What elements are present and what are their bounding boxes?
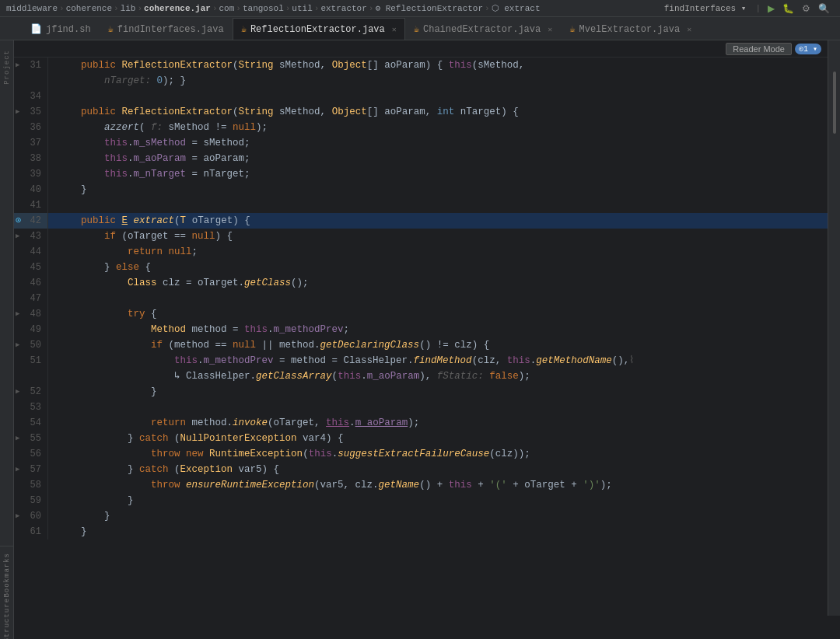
code-line-34: 34 [14,89,828,104]
code-line-42: ⊙ 42 public E extract(T oTarget) { [14,213,828,229]
line-content-34 [48,89,828,104]
gutter-52: ▶ 52 [14,384,48,400]
line-content-46: Class clz = oTarget.getClass(); [48,275,828,291]
gutter-45: 45 [14,260,48,275]
tab-mvel-close[interactable]: ✕ [687,25,691,34]
code-line-37: 37 this.m_sMethod = sMethod; [14,135,828,151]
gutter-51b [14,368,48,384]
code-line-39: 39 this.m_nTarget = nTarget; [14,166,828,182]
tab-reflection-label: ReflectionExtractor.java [250,24,385,35]
line-content-41 [48,197,828,213]
line-content-54: return method.invoke(oTarget, this.m_aoP… [48,415,828,431]
line-content-35: public ReflectionExtractor(String sMetho… [48,104,828,120]
code-editor: Reader Mode ⊙1 ▾ ▶ 31 public ReflectionE… [14,40,828,616]
fold-icon-52[interactable]: ▶ [16,384,19,400]
gutter-59: 59 [14,493,48,508]
debug-button[interactable]: 🐛 [779,2,798,16]
code-area[interactable]: ▶ 31 public ReflectionExtractor(String s… [14,58,828,616]
code-line-50: ▶ 50 if (method == null || method.getDec… [14,337,828,353]
line-content-56: throw new RuntimeException(this.suggestE… [48,446,828,462]
breadcrumb-lib[interactable]: lib [121,4,136,13]
code-line-47: 47 [14,291,828,306]
right-panels [828,40,840,616]
gutter-55: ▶ 55 [14,431,48,446]
code-line-54: 54 return method.invoke(oTarget, this.m_… [14,415,828,431]
fold-icon-60[interactable]: ▶ [16,508,19,524]
fold-icon-55[interactable]: ▶ [16,431,19,446]
line-content-51b: ↳ ClassHelper.getClassArray(this.m_aoPar… [48,368,828,384]
line-content-55: } catch (NullPointerException var4) { [48,431,828,446]
breadcrumb-util[interactable]: util [292,4,312,13]
line-content-40: } [48,182,828,197]
code-line-56: 56 throw new RuntimeException(this.sugge… [14,446,828,462]
line-content-42: public E extract(T oTarget) { [48,213,828,229]
tab-reflection-close[interactable]: ✕ [392,25,397,34]
code-line-49: 49 Method method = this.m_methodPrev; [14,322,828,337]
tab-chainedextractor[interactable]: ☕ ChainedExtractor.java ✕ [405,18,562,40]
reader-mode-button[interactable]: Reader Mode [726,43,792,55]
line-content-48: try { [48,306,828,322]
tab-chained-close[interactable]: ✕ [548,25,552,34]
settings-button[interactable]: ⚙ [798,2,814,16]
project-label[interactable]: Project [3,50,11,85]
find-interfaces-dropdown[interactable]: findInterfaces ▾ [664,3,747,13]
fold-icon-43[interactable]: ▶ [16,229,19,244]
gutter-47: 47 [14,291,48,306]
search-button[interactable]: 🔍 [814,2,834,16]
breadcrumb-reflection[interactable]: ⚙ ReflectionExtractor [375,3,483,13]
gutter-53: 53 [14,400,48,415]
tab-findinterfaces[interactable]: ☕ findInterfaces.java [100,18,233,40]
gutter-40: 40 [14,182,48,197]
fold-icon-48[interactable]: ▶ [16,306,19,322]
code-line-48: ▶ 48 try { [14,306,828,322]
breadcrumb-extractor[interactable]: extractor [320,4,366,13]
gutter-32 [14,73,48,89]
structure-label[interactable]: Structure [3,598,11,639]
code-line-51b: ↳ ClassHelper.getClassArray(this.m_aoPar… [14,368,828,384]
breadcrumb-com[interactable]: com [219,4,235,13]
breadcrumb-bar: middleware › coherence › lib › coherence… [0,0,840,17]
line-content-44: return null; [48,244,828,260]
tab-mvel-icon: ☕ [569,23,575,35]
gutter-61: 61 [14,524,48,539]
line-content-37: this.m_sMethod = sMethod; [48,135,828,151]
code-line-43: ▶ 43 if (oTarget == null) { [14,229,828,244]
gutter-42: ⊙ 42 [14,213,48,229]
gutter-50: ▶ 50 [14,337,48,353]
breadcrumb-tangosol[interactable]: tangosol [243,4,284,13]
code-line-58: 58 throw ensureRuntimeException(var5, cl… [14,477,828,493]
breadcrumb-extract[interactable]: ⬡ extract [492,3,541,13]
tab-jfind[interactable]: 📄 jfind.sh [22,18,100,40]
code-line-55: ▶ 55 } catch (NullPointerException var4)… [14,431,828,446]
breadcrumb-jar[interactable]: coherence.jar [144,4,211,13]
breadcrumb-middleware[interactable]: middleware [6,4,58,13]
fold-icon-35[interactable]: ▶ [16,104,19,120]
line-content-36: azzert( f: sMethod != null); [48,120,828,135]
tab-mvel-label: MvelExtractor.java [579,24,681,35]
tab-mvelextractor[interactable]: ☕ MvelExtractor.java ✕ [561,18,700,40]
gutter-43: ▶ 43 [14,229,48,244]
tab-findinterfaces-label: findInterfaces.java [117,24,224,35]
gutter-35: ▶ 35 [14,104,48,120]
code-line-59: 59 } [14,493,828,508]
bookmarks-label[interactable]: Bookmarks [3,553,11,598]
line-content-60: } [48,508,828,524]
fold-icon-31[interactable]: ▶ [16,58,19,73]
line-content-47 [48,291,828,306]
scrollbar-thumb[interactable] [833,72,836,134]
code-line-32: nTarget: 0); } [14,73,828,89]
line-content-38: this.m_aoParam = aoParam; [48,151,828,166]
tab-reflectionextractor[interactable]: ☕ ReflectionExtractor.java ✕ [233,18,405,40]
line-content-61: } [48,524,828,539]
tabs-bar: 📄 jfind.sh ☕ findInterfaces.java ☕ Refle… [0,17,840,40]
breadcrumb-coherence[interactable]: coherence [66,4,112,13]
gutter-39: 39 [14,166,48,182]
line-content-51: this.m_methodPrev = method = ClassHelper… [48,353,828,368]
tab-chained-label: ChainedExtractor.java [423,24,541,35]
fold-icon-57[interactable]: ▶ [16,462,19,477]
fold-icon-50[interactable]: ▶ [16,337,19,353]
run-button[interactable]: ▶ [764,2,779,16]
code-line-45: 45 } else { [14,260,828,275]
gutter-31: ▶ 31 [14,58,48,73]
gutter-51: 51 [14,353,48,368]
